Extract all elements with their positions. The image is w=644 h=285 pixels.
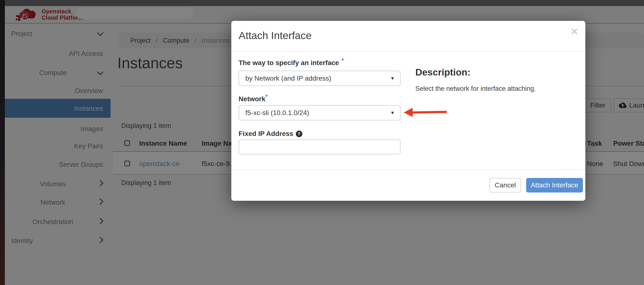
description-heading: Description: [415, 67, 471, 78]
network-select-value: f5-xc-sli (10.0.1.0/24) [246, 109, 309, 117]
way-field-label-text: The way to specify an interface [238, 59, 339, 67]
network-field-label-text: Network [238, 95, 265, 103]
arrow-tail [412, 111, 447, 114]
description-text: Select the network for interface attachi… [415, 85, 536, 93]
attach-interface-button[interactable]: Attach Interface [526, 178, 583, 192]
caret-down-icon: ▼ [390, 71, 395, 86]
way-select[interactable]: by Network (and IP address) ▼ [238, 71, 400, 86]
cancel-button[interactable]: Cancel [490, 178, 521, 192]
network-field-label: Network* [238, 95, 268, 103]
required-asterisk: * [342, 57, 344, 64]
way-field-label: The way to specify an interface* [238, 59, 344, 67]
fixed-ip-input[interactable] [238, 139, 400, 154]
fixed-ip-field-label: Fixed IP Address? [238, 130, 302, 138]
close-icon[interactable]: ✕ [570, 27, 578, 37]
caret-down-icon: ▼ [390, 106, 395, 120]
network-select[interactable]: f5-xc-sli (10.0.1.0/24) ▼ [238, 105, 400, 120]
modal-header-divider [231, 51, 585, 52]
help-icon[interactable]: ? [296, 131, 302, 137]
annotation-arrow-icon [404, 107, 448, 118]
required-asterisk: * [265, 93, 268, 100]
browser-viewport: f5 Openstack Cloud Platform Project API … [5, 6, 644, 285]
modal-footer-divider [231, 169, 585, 170]
desktop-top-strip [0, 0, 644, 6]
fixed-ip-label-text: Fixed IP Address [238, 130, 294, 137]
modal-title: Attach Interface [238, 30, 312, 42]
arrow-head [404, 108, 413, 117]
desktop-left-strip [0, 0, 5, 285]
way-select-value: by Network (and IP address) [246, 75, 331, 82]
